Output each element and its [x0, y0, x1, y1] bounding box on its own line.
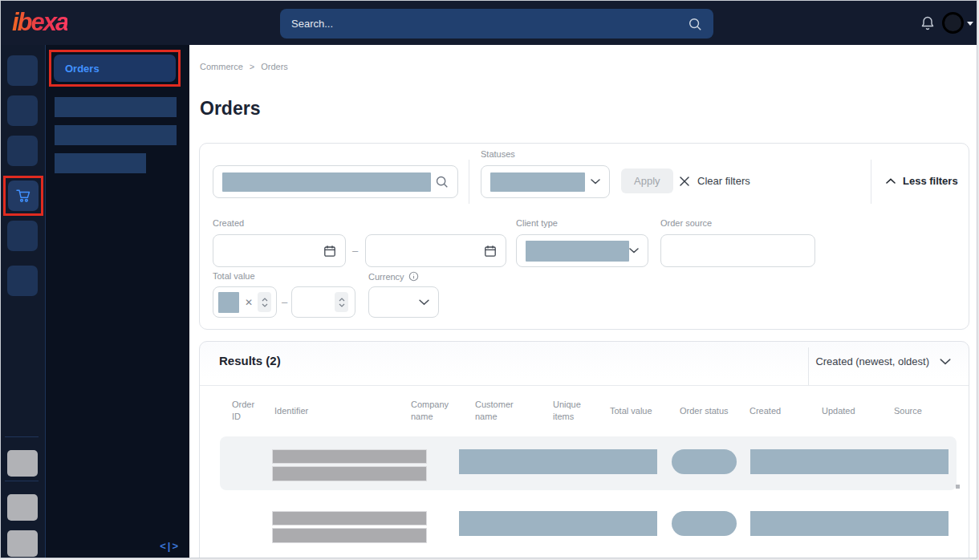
currency-label: Currency: [368, 271, 419, 282]
subnav-item-orders[interactable]: Orders: [54, 55, 176, 82]
sidebar-item-placeholder[interactable]: [7, 136, 38, 166]
column-header-order-id: Order ID: [232, 398, 266, 424]
order-source-input[interactable]: [660, 234, 815, 267]
sidebar-item-placeholder[interactable]: [7, 266, 38, 296]
sidebar-bottom-item[interactable]: [7, 494, 38, 521]
date-range-separator: –: [352, 245, 358, 257]
redacted-total-value: [218, 292, 239, 313]
column-header-total-value: Total value: [610, 398, 670, 424]
less-filters-label: Less filters: [903, 175, 958, 187]
redacted-status-pill: [672, 449, 737, 474]
column-header-identifier: Identifier: [274, 398, 347, 424]
sort-divider: [808, 347, 809, 385]
sidebar-item-commerce[interactable]: [8, 181, 39, 211]
sidebar-divider: [5, 481, 39, 481]
results-title: Results (2): [219, 354, 281, 367]
main-sidebar: [1, 45, 46, 558]
sort-dropdown[interactable]: Created (newest, oldest): [815, 355, 951, 367]
user-avatar[interactable]: [942, 12, 964, 34]
breadcrumb: Commerce > Orders: [200, 62, 288, 71]
created-label: Created: [213, 218, 244, 228]
secondary-sidebar: Orders <|>: [46, 45, 189, 558]
redacted-search-value: [222, 172, 431, 192]
chevron-down-icon: [419, 299, 429, 306]
apply-button[interactable]: Apply: [621, 168, 673, 193]
filter-divider: [871, 160, 871, 204]
subnav-item-placeholder[interactable]: [55, 97, 177, 117]
main-content: Commerce > Orders Orders Statuses Apply: [189, 45, 977, 558]
total-value-to-input[interactable]: [291, 286, 355, 318]
redacted-dates: [750, 511, 949, 536]
value-range-separator: –: [282, 296, 287, 308]
order-row[interactable]: [220, 436, 957, 490]
client-type-label: Client type: [516, 218, 558, 228]
column-header-created: Created: [749, 398, 798, 424]
sidebar-divider: [5, 436, 39, 437]
screen: ibexa: [0, 0, 977, 558]
breadcrumb-orders: Orders: [261, 62, 288, 71]
statuses-label: Statuses: [481, 149, 515, 159]
breadcrumb-separator: >: [250, 62, 254, 71]
sidebar-item-placeholder[interactable]: [7, 221, 38, 251]
total-value-from-input[interactable]: ✕: [213, 286, 277, 318]
page-title: Orders: [200, 98, 260, 120]
breadcrumb-commerce[interactable]: Commerce: [200, 62, 243, 71]
user-menu-caret-icon[interactable]: [967, 22, 973, 26]
ibexa-logo[interactable]: ibexa: [12, 8, 67, 37]
global-search-input[interactable]: [291, 18, 680, 30]
shopping-cart-icon: [14, 188, 32, 204]
collapse-sidebar-icon[interactable]: <|>: [160, 540, 180, 552]
global-search: [280, 9, 713, 39]
column-header-source: Source: [894, 398, 934, 424]
order-row[interactable]: [220, 498, 957, 552]
clear-filters-label: Clear filters: [697, 175, 750, 187]
created-from-input[interactable]: [213, 234, 346, 267]
filter-search-input[interactable]: [213, 165, 458, 198]
search-icon[interactable]: [435, 175, 449, 189]
chevron-down-icon: [940, 359, 951, 365]
filters-panel: Statuses Apply Clear filters Less fi: [199, 143, 969, 330]
column-header-customer-name: Customer name: [475, 398, 526, 424]
less-filters-toggle[interactable]: Less filters: [886, 168, 958, 193]
number-stepper[interactable]: [258, 292, 271, 312]
results-header-divider: [200, 385, 969, 386]
calendar-icon[interactable]: [323, 245, 336, 258]
topbar: ibexa: [1, 1, 977, 45]
column-header-unique-items: Unique items: [553, 398, 590, 424]
redacted-identifier: [272, 528, 427, 543]
sort-label: Created (newest, oldest): [815, 355, 929, 367]
order-source-label: Order source: [660, 218, 712, 228]
search-icon[interactable]: [688, 17, 702, 31]
clear-value-icon[interactable]: ✕: [245, 298, 253, 307]
subnav-item-placeholder[interactable]: [55, 125, 177, 145]
chevron-up-icon: [886, 178, 896, 184]
created-to-input[interactable]: [365, 234, 506, 267]
statuses-dropdown[interactable]: [481, 165, 610, 198]
notifications-bell-icon[interactable]: [920, 15, 935, 31]
redacted-dates: [750, 449, 949, 474]
redacted-identifier: [272, 511, 427, 526]
info-icon[interactable]: [408, 271, 419, 282]
redacted-client-type-value: [526, 241, 629, 262]
redacted-customer: [459, 511, 657, 536]
column-header-order-status: Order status: [680, 398, 744, 424]
chevron-down-icon: [591, 179, 600, 185]
redacted-status-pill: [672, 511, 737, 536]
subnav-item-placeholder[interactable]: [55, 153, 146, 173]
sidebar-item-placeholder[interactable]: [7, 55, 38, 86]
number-stepper[interactable]: [335, 292, 348, 312]
clear-filters-button[interactable]: Clear filters: [679, 168, 750, 193]
column-header-updated: Updated: [822, 398, 870, 424]
sidebar-item-placeholder[interactable]: [7, 95, 38, 126]
sidebar-bottom-item[interactable]: [7, 450, 38, 477]
currency-dropdown[interactable]: [368, 286, 439, 318]
sidebar-bottom-item[interactable]: [7, 530, 38, 557]
redacted-customer: [459, 449, 657, 474]
annotation-highlight-orders: Orders: [49, 50, 181, 87]
column-header-company-name: Company name: [411, 398, 459, 424]
filter-divider: [469, 160, 469, 204]
calendar-icon[interactable]: [484, 245, 497, 258]
total-value-label: Total value: [213, 271, 255, 281]
client-type-dropdown[interactable]: [516, 234, 648, 267]
redacted-identifier: [272, 449, 427, 464]
